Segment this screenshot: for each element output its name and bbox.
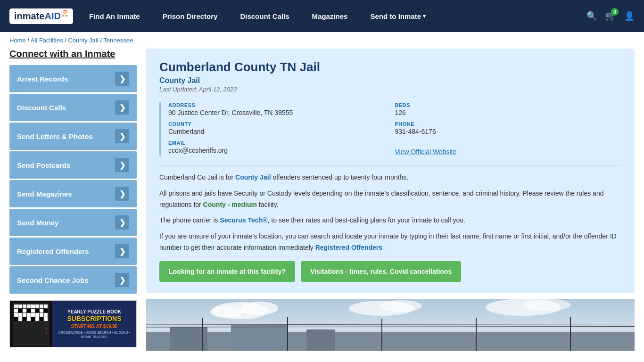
svg-rect-31 — [35, 317, 39, 321]
svg-rect-27 — [31, 317, 35, 321]
desc-3: The phone carrier is Securus Tech®, to s… — [159, 215, 621, 226]
svg-rect-13 — [14, 309, 18, 313]
logo-text: inmate — [14, 11, 44, 22]
breadcrumb-all-facilities[interactable]: All Facilities — [31, 37, 63, 44]
beds-block: BEDS 126 — [395, 102, 622, 116]
nav-prison-directory[interactable]: Prison Directory — [151, 0, 229, 32]
county-block: COUNTY Cumberland — [168, 121, 395, 135]
svg-rect-32 — [44, 317, 48, 321]
registered-offenders-link[interactable]: Registered Offenders — [315, 244, 382, 251]
logo-area[interactable]: inmate AID 🎅 — [9, 8, 73, 24]
desc-1: Cumberland Co Jail is for County Jail of… — [159, 172, 621, 183]
user-button[interactable]: 👤 — [624, 11, 635, 21]
breadcrumb-home[interactable]: Home — [9, 37, 26, 44]
breadcrumb-tennessee[interactable]: Tennessee — [103, 37, 133, 44]
svg-rect-24 — [44, 313, 48, 317]
svg-rect-18 — [18, 313, 22, 317]
website-link[interactable]: View Official Website — [395, 148, 457, 156]
facility-card: Cumberland County TN Jail County Jail La… — [146, 49, 635, 293]
svg-rect-17 — [14, 313, 18, 317]
arrow-icon: ❯ — [115, 100, 129, 115]
nav-discount-calls[interactable]: Discount Calls — [229, 0, 300, 32]
svg-rect-15 — [31, 309, 35, 313]
sidebar-title: Connect with an Inmate — [9, 49, 137, 59]
svg-rect-19 — [23, 313, 26, 317]
action-buttons: Looking for an inmate at this facility? … — [159, 261, 621, 282]
svg-rect-48 — [231, 325, 288, 351]
website-block: View Official Website — [395, 140, 622, 156]
svg-rect-30 — [27, 317, 31, 321]
county-value: Cumberland — [168, 128, 395, 135]
svg-point-41 — [210, 306, 243, 318]
address-value: 90 Justice Center Dr, Crossville, TN 385… — [168, 109, 395, 116]
divider — [159, 165, 621, 165]
address-label: ADDRESS — [168, 102, 395, 108]
beds-value: 126 — [395, 109, 622, 116]
ad-image-area: 1 2 4 9 5 — [10, 301, 52, 347]
facility-name: Cumberland County TN Jail — [159, 60, 621, 74]
svg-rect-8 — [44, 304, 48, 308]
phone-value: 931-484-6176 — [395, 128, 622, 135]
svg-rect-46 — [146, 332, 635, 351]
cart-button[interactable]: 🛒 0 — [605, 11, 616, 21]
sidebar-ad[interactable]: 1 2 4 9 5 YEARLY PUZZLE BOOK SUBSCRIPTIO… — [9, 300, 137, 347]
svg-rect-28 — [40, 317, 43, 321]
county-medium-link[interactable]: County - medium — [203, 201, 257, 208]
find-inmate-button[interactable]: Looking for an inmate at this facility? — [159, 261, 295, 282]
beds-label: BEDS — [395, 102, 622, 108]
sky-scene — [146, 299, 635, 351]
desc-4: If you are unsure of your inmate's locat… — [159, 231, 621, 254]
logo-icon: 🎅 — [61, 10, 68, 16]
svg-rect-22 — [35, 313, 39, 317]
svg-point-45 — [523, 299, 570, 311]
cart-badge: 0 — [611, 8, 619, 16]
county-label: COUNTY — [168, 121, 395, 127]
email-block: EMAIL ccox@ccsheriffs.org — [168, 140, 395, 156]
sidebar-item-second-chance-jobs[interactable]: Second Chance Jobs ❯ — [9, 266, 137, 294]
sidebar-item-send-postcards[interactable]: Send Postcards ❯ — [9, 151, 137, 179]
info-grid: ADDRESS 90 Justice Center Dr, Crossville… — [159, 102, 621, 156]
facility-type: County Jail — [159, 76, 621, 85]
svg-rect-7 — [40, 304, 43, 308]
svg-rect-21 — [31, 313, 35, 317]
svg-rect-10 — [27, 309, 31, 313]
svg-rect-23 — [40, 313, 43, 317]
address-block: ADDRESS 90 Justice Center Dr, Crossville… — [168, 102, 395, 116]
svg-rect-29 — [18, 317, 22, 321]
sidebar-item-send-money[interactable]: Send Money ❯ — [9, 209, 137, 236]
phone-block: PHONE 931-484-6176 — [395, 121, 622, 135]
sidebar-item-send-letters[interactable]: Send Letters & Photos ❯ — [9, 123, 137, 150]
svg-rect-26 — [23, 317, 26, 321]
visitations-button[interactable]: Visitations - times, rules, Covid cancel… — [301, 261, 461, 282]
phone-label: PHONE — [395, 121, 622, 127]
svg-rect-20 — [27, 313, 31, 317]
sidebar-item-discount-calls[interactable]: Discount Calls ❯ — [9, 94, 137, 121]
securus-link[interactable]: Securus Tech® — [220, 216, 267, 224]
county-jail-link[interactable]: County Jail — [235, 173, 271, 181]
ad-types: CROSSWORDS • WORD SEARCH • SUDOKU • BRAI… — [56, 330, 132, 339]
arrow-icon: ❯ — [115, 158, 129, 172]
main-nav: Find An Inmate Prison Directory Discount… — [78, 0, 586, 32]
svg-rect-6 — [35, 304, 39, 308]
search-button[interactable]: 🔍 — [586, 11, 597, 21]
ad-price: STARTING AT $19.95 — [71, 324, 118, 329]
sidebar-item-arrest-records[interactable]: Arrest Records ❯ — [9, 65, 137, 92]
sidebar-item-registered-offenders[interactable]: Registered Offenders ❯ — [9, 238, 137, 265]
content-area: Cumberland County TN Jail County Jail La… — [146, 49, 635, 351]
facility-updated: Last Updated: April 12, 2023 — [159, 86, 621, 93]
svg-rect-47 — [170, 327, 207, 351]
nav-magazines[interactable]: Magazines — [301, 0, 359, 32]
breadcrumb: Home / All Facilities / County Jail / Te… — [0, 32, 644, 49]
email-value: ccox@ccsheriffs.org — [168, 147, 395, 154]
svg-rect-5 — [31, 304, 35, 308]
header-icons: 🔍 🛒 0 👤 — [586, 11, 635, 21]
breadcrumb-county-jail[interactable]: County Jail — [68, 37, 98, 44]
svg-rect-49 — [306, 329, 335, 351]
nav-find-inmate[interactable]: Find An Inmate — [78, 0, 151, 32]
svg-rect-12 — [44, 309, 48, 313]
svg-rect-16 — [40, 309, 43, 313]
svg-rect-4 — [27, 304, 31, 308]
nav-send-to-inmate[interactable]: Send to Inmate▾ — [359, 0, 437, 32]
sidebar-item-send-magazines[interactable]: Send Magazines ❯ — [9, 180, 137, 207]
svg-rect-11 — [35, 309, 39, 313]
